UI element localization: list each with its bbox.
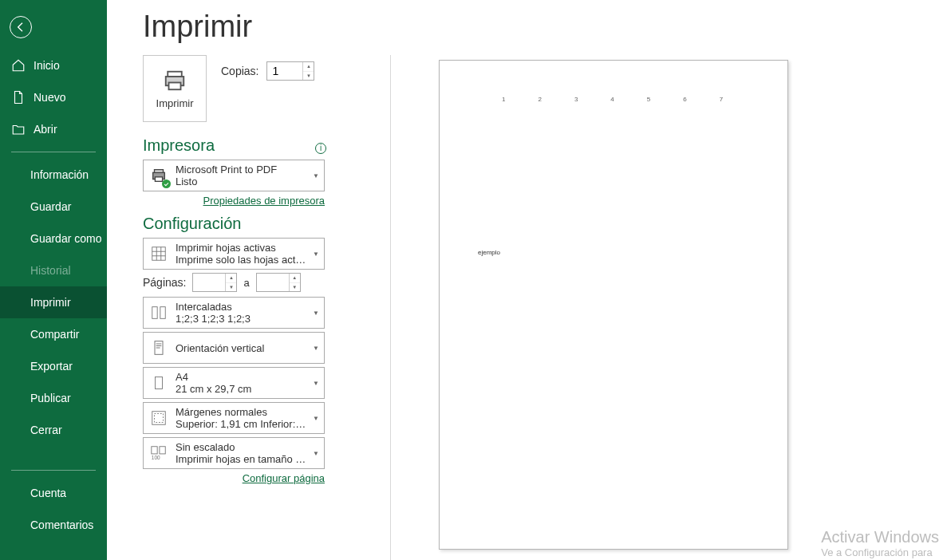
pages-from-down[interactable]: ▼ <box>226 283 236 292</box>
pages-to-spinner[interactable]: ▲▼ <box>256 273 301 292</box>
nav-inicio[interactable]: Inicio <box>0 49 107 81</box>
nav-guardar-como[interactable]: Guardar como <box>0 223 107 254</box>
nav-comentarios[interactable]: Comentarios <box>0 509 107 541</box>
svg-text:100: 100 <box>152 455 160 460</box>
printer-status: Listo <box>176 175 306 187</box>
preview-columns: 1 2 3 4 5 6 7 <box>502 96 723 103</box>
print-button[interactable]: Imprimir <box>143 55 207 122</box>
nav-label: Comentarios <box>30 519 93 531</box>
col-header: 5 <box>647 96 650 103</box>
svg-rect-14 <box>160 447 165 454</box>
pages-to-input[interactable] <box>257 274 289 291</box>
printer-ready-badge <box>162 179 171 188</box>
chevron-down-icon: ▼ <box>313 380 319 387</box>
pages-separator: a <box>243 277 249 289</box>
nav-historial: Historial <box>0 254 107 286</box>
sheet-icon <box>150 245 168 262</box>
nav-imprimir[interactable]: Imprimir <box>0 286 107 318</box>
nav-cuenta[interactable]: Cuenta <box>0 477 107 509</box>
orientation-line1: Orientación vertical <box>176 342 306 354</box>
pages-label: Páginas: <box>143 276 186 289</box>
nav-label: Inicio <box>34 59 60 72</box>
nav-publicar[interactable]: Publicar <box>0 382 107 414</box>
printer-properties-link[interactable]: Propiedades de impresora <box>143 195 325 207</box>
nav-exportar[interactable]: Exportar <box>0 350 107 382</box>
page-preview: 1 2 3 4 5 6 7 ejemplo <box>439 60 788 550</box>
margins-select[interactable]: Márgenes normales Superior: 1,91 cm Infe… <box>143 402 325 434</box>
col-header: 3 <box>574 96 578 103</box>
collate-icon <box>149 304 168 321</box>
collate-line2: 1;2;3 1;2;3 1;2;3 <box>176 313 306 325</box>
copies-input[interactable] <box>267 62 302 80</box>
col-header: 7 <box>720 96 723 103</box>
copies-label: Copias: <box>221 65 258 77</box>
nav-cerrar[interactable]: Cerrar <box>0 414 107 446</box>
nav-label: Información <box>30 168 89 181</box>
svg-rect-12 <box>155 414 164 423</box>
printer-name: Microsoft Print to PDF <box>176 164 306 175</box>
print-preview-area: 1 2 3 4 5 6 7 ejemplo Activar Windows Ve… <box>415 55 947 560</box>
svg-rect-10 <box>156 377 163 389</box>
scaling-line2: Imprimir hojas en tamaño r… <box>176 453 306 465</box>
pane-divider <box>390 55 391 560</box>
pages-from-spinner[interactable]: ▲▼ <box>192 273 237 292</box>
pages-from-up[interactable]: ▲ <box>226 274 236 283</box>
chevron-down-icon: ▼ <box>313 450 319 457</box>
scaling-select[interactable]: 100 Sin escalado Imprimir hojas en tamañ… <box>143 437 325 469</box>
watermark-line2: Ve a Configuración para <box>821 546 939 558</box>
new-file-icon <box>11 90 26 105</box>
collate-select[interactable]: Intercaladas 1;2;3 1;2;3 1;2;3 ▼ <box>143 297 325 329</box>
copies-down[interactable]: ▼ <box>303 72 314 81</box>
nav-label: Publicar <box>30 392 71 404</box>
print-settings-column: Imprimir Copias: ▲▼ Impresora i <box>143 55 366 560</box>
windows-activation-watermark: Activar Windows Ve a Configuración para <box>821 528 939 558</box>
col-header: 6 <box>683 96 686 103</box>
main-content: Imprimir Imprimir Copias: ▲▼ <box>107 0 947 560</box>
paper-size-select[interactable]: A4 21 cm x 29,7 cm ▼ <box>143 367 325 399</box>
nav-compartir[interactable]: Compartir <box>0 318 107 350</box>
chevron-down-icon: ▼ <box>313 345 319 352</box>
collate-line1: Intercaladas <box>176 301 306 313</box>
print-what-select[interactable]: Imprimir hojas activas Imprime solo las … <box>143 238 325 270</box>
chevron-down-icon: ▼ <box>313 415 319 422</box>
nav-guardar[interactable]: Guardar <box>0 191 107 223</box>
svg-rect-5 <box>155 177 162 182</box>
printer-select[interactable]: Microsoft Print to PDF Listo ▼ <box>143 160 325 191</box>
pages-to-down[interactable]: ▼ <box>290 283 300 292</box>
svg-rect-7 <box>152 307 157 319</box>
home-icon <box>11 58 26 73</box>
svg-rect-8 <box>160 307 165 319</box>
page-setup-link[interactable]: Configurar página <box>143 472 325 484</box>
pages-from-input[interactable] <box>193 274 225 291</box>
watermark-line1: Activar Windows <box>821 528 939 546</box>
svg-rect-4 <box>155 170 164 173</box>
nav-divider <box>11 470 96 471</box>
nav-divider <box>11 152 96 152</box>
back-arrow-icon <box>14 21 27 34</box>
svg-rect-13 <box>152 447 157 454</box>
paper-line1: A4 <box>176 371 306 383</box>
pages-to-up[interactable]: ▲ <box>290 274 300 283</box>
copies-spinner[interactable]: ▲▼ <box>266 61 314 81</box>
nav-label: Nuevo <box>34 91 65 104</box>
svg-rect-6 <box>152 247 166 261</box>
nav-label: Abrir <box>34 123 57 136</box>
nav-nuevo[interactable]: Nuevo <box>0 81 107 113</box>
col-header: 4 <box>610 96 614 103</box>
scaling-icon: 100 <box>149 444 168 462</box>
page-icon <box>152 373 166 392</box>
orientation-select[interactable]: Orientación vertical ▼ <box>143 332 325 364</box>
copies-up[interactable]: ▲ <box>303 62 314 72</box>
margins-icon <box>150 409 168 427</box>
nav-abrir[interactable]: Abrir <box>0 113 107 145</box>
page-title: Imprimir <box>143 10 947 44</box>
chevron-down-icon: ▼ <box>313 310 319 317</box>
nav-informacion[interactable]: Información <box>0 159 107 191</box>
svg-rect-2 <box>169 82 181 89</box>
back-button[interactable] <box>10 16 32 38</box>
printer-info-icon[interactable]: i <box>315 143 326 154</box>
nav-label: Cuenta <box>30 487 66 499</box>
nav-label: Compartir <box>30 328 79 341</box>
open-folder-icon <box>11 122 26 136</box>
nav-label: Guardar como <box>30 232 101 245</box>
